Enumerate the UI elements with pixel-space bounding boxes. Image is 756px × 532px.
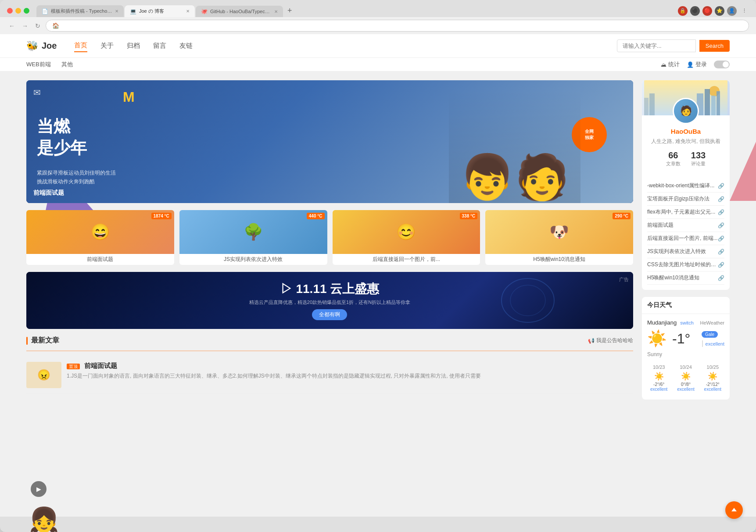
article-info-0: 置顶 前端面试题 1.JS是一门面向对象的语言, 面向对象语言的三大特征封装、继…	[67, 362, 633, 388]
thumb-img-2: 😊	[333, 210, 480, 254]
link-item-0[interactable]: -webkit-box-orient属性编译... 🔗	[647, 179, 724, 193]
main-container: ✉ 当燃 是少年 M 全网独家 紧跟探寻滑板运动员刘佳明的生活 挑战滑板动作火奔…	[0, 71, 756, 408]
profile-body: HaoOuBa 人生之路, 难免坎坷, 但我执着 66 文章数 133 评论量	[642, 115, 730, 179]
search-input[interactable]	[617, 39, 696, 52]
close-button[interactable]	[7, 8, 13, 14]
tab-3[interactable]: 🐙 GitHub - HaoOuBa/Typecho-J... ✕	[196, 6, 283, 17]
extension-icon-2[interactable]: ⚫	[690, 6, 700, 16]
thumb-item-0[interactable]: 😄 1874 °C 前端面试题	[26, 210, 174, 265]
search-button[interactable]: Search	[699, 40, 730, 52]
articles-stat: 66 文章数	[666, 150, 681, 167]
tab-2-close[interactable]: ✕	[186, 9, 190, 14]
nav-message[interactable]: 留言	[153, 40, 166, 52]
login-item[interactable]: 👤 登录	[687, 61, 707, 68]
scroll-top-button[interactable]	[725, 501, 743, 519]
user-icon: 👤	[687, 61, 694, 68]
forecast-icon-1: ☀️	[677, 371, 695, 381]
sub-nav-other[interactable]: 其他	[61, 61, 73, 68]
link-item-4[interactable]: 后端直接返回一个图片, 前端... 🔗	[647, 232, 724, 245]
announcement-text: 我是公告哈哈哈	[596, 337, 633, 344]
forecast-date-2: 10/25	[704, 364, 722, 370]
link-text-7: H5唤醒win10消息通知	[647, 274, 718, 282]
forecast-day-1: 10/24 ☀️ 0°/8° excellent	[674, 362, 697, 394]
nav-archive[interactable]: 归档	[127, 40, 140, 52]
ad-banner[interactable]: ▷ 11.11 云上盛惠 精选云产品直降优惠，精选20款热销爆品低至1折，还有N…	[26, 272, 633, 329]
forecast-icon-2: ☀️	[704, 371, 722, 381]
announcement-area[interactable]: 📢 我是公告哈哈哈	[588, 337, 633, 344]
nav-friends[interactable]: 友链	[179, 40, 193, 52]
forecast-range-2: -2°/12°	[704, 382, 722, 387]
nav-about[interactable]: 关于	[100, 40, 114, 52]
back-button[interactable]: ←	[7, 21, 17, 31]
forecast-date-0: 10/23	[650, 364, 668, 370]
ad-button[interactable]: 全都有啊	[312, 309, 347, 320]
address-favicon: 🏠	[52, 22, 59, 29]
weather-right: Gale | excellent	[702, 330, 724, 347]
theme-toggle[interactable]	[714, 61, 730, 68]
minimize-button[interactable]	[15, 8, 21, 14]
link-icon-1: 🔗	[718, 196, 724, 202]
stat-item[interactable]: ⛰ 统计	[661, 61, 680, 68]
sidebar: 🧑 HaoOuBa 人生之路, 难免坎坷, 但我执着 66 文章数	[642, 80, 730, 400]
weather-city-row: Mudanjiang switch HeWeather	[647, 319, 724, 326]
link-item-3[interactable]: 前端面试题 🔗	[647, 219, 724, 232]
section-title: 最新文章	[31, 336, 59, 345]
link-item-2[interactable]: flex布局中, 子元素超出父元... 🔗	[647, 206, 724, 219]
hero-slider[interactable]: ✉ 当燃 是少年 M 全网独家 紧跟探寻滑板运动员刘佳明的生活 挑战滑板动作火奔…	[26, 80, 633, 203]
link-item-5[interactable]: JS实现列表依次进入特效 🔗	[647, 245, 724, 258]
sub-nav-right: ⛰ 统计 👤 登录	[661, 61, 730, 68]
tab-2[interactable]: 💻 Joe の 博客 ✕	[125, 5, 195, 17]
ad-subtitle: 精选云产品直降优惠，精选20款热销爆品低至1折，还有N折以上精品等你拿	[249, 299, 410, 306]
article-tag-0: 置顶	[67, 364, 80, 369]
sub-nav-web[interactable]: WEB前端	[26, 61, 51, 68]
link-text-4: 后端直接返回一个图片, 前端...	[647, 235, 718, 242]
forecast-icon-0: ☀️	[650, 371, 668, 381]
article-item-0[interactable]: 😠 置顶 前端面试题 1.JS是一门面向对象的语言, 面向对象语言的三大特征封装…	[26, 357, 633, 394]
profile-avatar: 🧑	[673, 98, 699, 124]
video-play-button[interactable]: ▶	[31, 481, 47, 497]
tab-1[interactable]: 📄 模板和插件投稿 - Typecho主题... ✕	[36, 5, 124, 17]
ad-title: ▷ 11.11 云上盛惠	[249, 281, 410, 297]
link-icon-3: 🔗	[718, 222, 724, 229]
new-tab-button[interactable]: +	[284, 4, 296, 17]
forecast-range-1: 0°/8°	[677, 382, 695, 387]
url-input[interactable]	[62, 22, 742, 29]
more-options-button[interactable]: ⋮	[739, 6, 749, 16]
extension-icon-5[interactable]: 👤	[727, 6, 737, 16]
link-icon-6: 🔗	[718, 262, 724, 268]
reload-button[interactable]: ↻	[33, 21, 42, 31]
hero-label: 前端面试题	[33, 189, 64, 197]
forecast-range-0: -2°/6°	[650, 382, 668, 387]
thumb-item-2[interactable]: 😊 338 °C 后端直接返回一个图片，前...	[333, 210, 480, 265]
announcement-icon: 📢	[588, 338, 595, 344]
hero-title-line2: 是少年	[37, 137, 87, 159]
avatar-img: 🧑	[674, 98, 698, 124]
forward-button[interactable]: →	[20, 21, 30, 31]
weather-card: 今日天气 Mudanjiang switch HeWeather ☀️ -1°	[642, 297, 730, 400]
link-item-6[interactable]: CSS去除无图片地址时候的边框 🔗	[647, 258, 724, 271]
weather-temp-area: -1°	[672, 331, 690, 347]
maximize-button[interactable]	[24, 8, 29, 14]
tab-1-close[interactable]: ✕	[115, 9, 118, 14]
forecast-date-1: 10/24	[677, 364, 695, 370]
svg-point-1	[510, 285, 545, 316]
tab-3-close[interactable]: ✕	[274, 9, 278, 14]
tabs-bar: 📄 模板和插件投稿 - Typecho主题... ✕ 💻 Joe の 博客 ✕ …	[36, 4, 671, 17]
thumb-temp-2: 338 °C	[460, 213, 478, 219]
profile-name: HaoOuBa	[649, 128, 723, 135]
hero-scene: ✉ 当燃 是少年 M 全网独家 紧跟探寻滑板运动员刘佳明的生活 挑战滑板动作火奔…	[26, 80, 633, 203]
extension-icon-4[interactable]: ⭐	[715, 6, 724, 16]
thumb-item-1[interactable]: 🌳 440 °C JS实现列表依次进入特效	[179, 210, 327, 265]
svg-rect-10	[649, 93, 655, 115]
thumb-label-1: JS实现列表依次进入特效	[179, 254, 327, 265]
svg-rect-6	[705, 89, 710, 115]
link-item-7[interactable]: H5唤醒win10消息通知 🔗	[647, 271, 724, 285]
weather-switch[interactable]: switch	[680, 320, 694, 325]
article-title-0[interactable]: 前端面试题	[84, 362, 117, 369]
link-item-1[interactable]: 宝塔面板开启gizp压缩办法 🔗	[647, 193, 724, 206]
address-bar[interactable]: 🏠	[46, 20, 749, 32]
thumb-item-3[interactable]: 🐶 290 °C H5唤醒win10消息通知	[485, 210, 633, 265]
extension-icon-1[interactable]: 🔒	[678, 6, 688, 16]
nav-home[interactable]: 首页	[74, 39, 87, 52]
extension-icon-3[interactable]: 🔴	[702, 6, 712, 16]
